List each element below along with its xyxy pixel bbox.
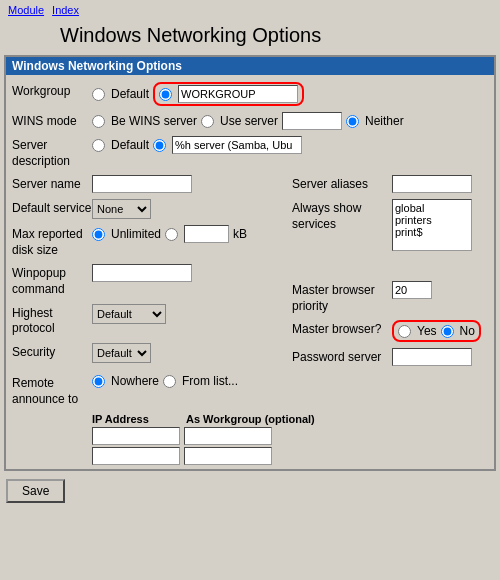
server-name-label: Server name xyxy=(12,175,92,193)
master-browser-yes-label: Yes xyxy=(417,324,437,338)
from-list-label: From list... xyxy=(182,374,238,388)
announce-data-row-1 xyxy=(92,427,490,445)
master-priority-input[interactable] xyxy=(392,281,432,299)
spacer1 xyxy=(290,254,490,278)
workgroup-row: Workgroup Default xyxy=(10,79,490,109)
remote-announce-row: Remote announce to Nowhere From list... xyxy=(10,371,490,410)
master-priority-label: Master browser priority xyxy=(292,281,392,314)
from-list-radio[interactable] xyxy=(163,375,176,388)
workgroup-optional-input-2[interactable] xyxy=(184,447,272,465)
password-server-label: Password server xyxy=(292,348,392,366)
server-desc-default-radio[interactable] xyxy=(92,139,105,152)
max-disk-input[interactable] xyxy=(184,225,229,243)
max-disk-label: Max reported disk size xyxy=(12,225,92,258)
wins-neither-label: Neither xyxy=(365,114,404,128)
wins-server-input[interactable] xyxy=(282,112,342,130)
workgroup-input[interactable] xyxy=(178,85,298,103)
top-nav: Module Index xyxy=(0,0,500,20)
workgroup-custom-outlined xyxy=(153,82,304,106)
nowhere-label: Nowhere xyxy=(111,374,159,388)
master-browser-no-label: No xyxy=(460,324,475,338)
panel-header: Windows Networking Options xyxy=(6,57,494,75)
main-panel: Windows Networking Options Workgroup Def… xyxy=(4,55,496,471)
announce-data-row-2 xyxy=(92,447,490,465)
server-aliases-input[interactable] xyxy=(392,175,472,193)
wins-mode-label: WINS mode xyxy=(12,112,92,130)
right-section: Server aliases Always show services glob… xyxy=(290,172,490,369)
module-link[interactable]: Module xyxy=(8,4,44,16)
col1-header: IP Address xyxy=(92,413,182,425)
ip-address-input-1[interactable] xyxy=(92,427,180,445)
wins-use-server-radio[interactable] xyxy=(201,115,214,128)
wins-neither-radio[interactable] xyxy=(346,115,359,128)
max-disk-custom-radio[interactable] xyxy=(165,228,178,241)
always-show-item-print: print$ xyxy=(395,226,469,238)
max-disk-unlimited-label: Unlimited xyxy=(111,227,161,241)
password-server-row: Password server xyxy=(290,345,490,369)
default-service-select[interactable]: None homes printers xyxy=(92,199,151,219)
master-priority-row: Master browser priority xyxy=(290,278,490,317)
ip-address-input-2[interactable] xyxy=(92,447,180,465)
winpopup-input[interactable] xyxy=(92,264,192,282)
kb-label: kB xyxy=(233,227,247,241)
server-aliases-label: Server aliases xyxy=(292,175,392,193)
winpopup-label: Winpopup command xyxy=(12,264,92,297)
server-desc-row: Server description Default xyxy=(10,133,490,172)
always-show-row: Always show services global printers pri… xyxy=(290,196,490,254)
master-browser-options-outlined: Yes No xyxy=(392,320,481,342)
left-section: Server name Default service None homes p… xyxy=(10,172,290,369)
server-desc-default-label: Default xyxy=(111,138,149,152)
wins-mode-row: WINS mode Be WINS server Use server Neit… xyxy=(10,109,490,133)
always-show-item-global: global xyxy=(395,202,469,214)
password-server-input[interactable] xyxy=(392,348,472,366)
always-show-label: Always show services xyxy=(292,199,392,232)
winpopup-row: Winpopup command xyxy=(10,261,290,300)
highest-protocol-label: Highest protocol xyxy=(12,304,92,337)
announce-table: IP Address As Workgroup (optional) xyxy=(10,413,490,465)
server-name-input[interactable] xyxy=(92,175,192,193)
max-disk-unlimited-radio[interactable] xyxy=(92,228,105,241)
master-browser-yes-radio[interactable] xyxy=(398,325,411,338)
page-title: Windows Networking Options xyxy=(0,20,500,55)
always-show-item-printers: printers xyxy=(395,214,469,226)
master-browser-label: Master browser? xyxy=(292,320,392,338)
server-desc-input[interactable] xyxy=(172,136,302,154)
workgroup-default-label: Default xyxy=(111,87,149,101)
save-button[interactable]: Save xyxy=(6,479,65,503)
master-browser-row: Master browser? Yes No xyxy=(290,317,490,345)
default-service-label: Default service xyxy=(12,199,92,217)
nowhere-radio[interactable] xyxy=(92,375,105,388)
default-service-row: Default service None homes printers xyxy=(10,196,290,222)
wins-use-server-label: Use server xyxy=(220,114,278,128)
save-button-container: Save xyxy=(0,471,500,511)
master-browser-no-radio[interactable] xyxy=(441,325,454,338)
middle-section: Server name Default service None homes p… xyxy=(10,172,490,369)
remote-announce-label: Remote announce to xyxy=(12,374,92,407)
highest-protocol-select[interactable]: Default LANMAN1 LANMAN2 NT1 xyxy=(92,304,166,324)
wins-be-server-radio[interactable] xyxy=(92,115,105,128)
server-desc-custom-radio[interactable] xyxy=(153,139,166,152)
workgroup-optional-input-1[interactable] xyxy=(184,427,272,445)
security-select[interactable]: Default user share server domain ads xyxy=(92,343,151,363)
always-show-list[interactable]: global printers print$ xyxy=(392,199,472,251)
workgroup-default-radio[interactable] xyxy=(92,88,105,101)
col2-header: As Workgroup (optional) xyxy=(186,413,490,425)
server-aliases-row: Server aliases xyxy=(290,172,490,196)
security-label: Security xyxy=(12,343,92,361)
workgroup-label: Workgroup xyxy=(12,82,92,100)
workgroup-custom-radio[interactable] xyxy=(159,88,172,101)
server-desc-label: Server description xyxy=(12,136,92,169)
wins-be-server-label: Be WINS server xyxy=(111,114,197,128)
index-link[interactable]: Index xyxy=(52,4,79,16)
server-name-row: Server name xyxy=(10,172,290,196)
max-disk-row: Max reported disk size Unlimited kB xyxy=(10,222,290,261)
announce-header-row: IP Address As Workgroup (optional) xyxy=(92,413,490,425)
security-row: Security Default user share server domai… xyxy=(10,340,290,366)
highest-protocol-row: Highest protocol Default LANMAN1 LANMAN2… xyxy=(10,301,290,340)
